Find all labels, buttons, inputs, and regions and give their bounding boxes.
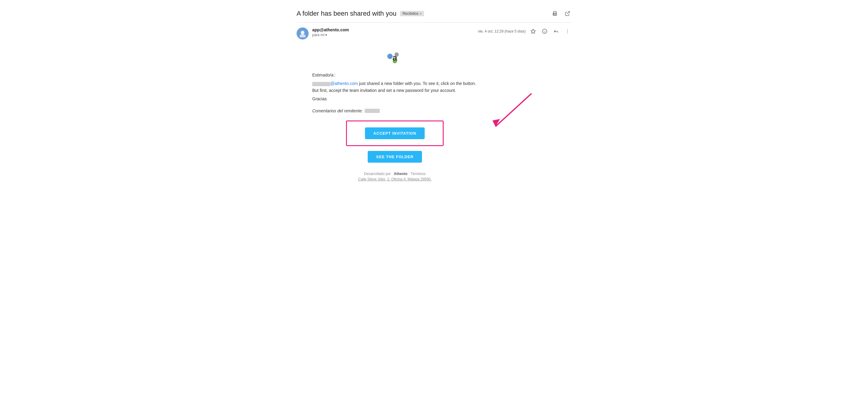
open-external-button[interactable] bbox=[564, 10, 571, 18]
timestamp: vie, 4 oct, 12:29 (hace 5 días) bbox=[478, 29, 526, 33]
email-logo: a bbox=[312, 49, 477, 66]
sender-right: vie, 4 oct, 12:29 (hace 5 días) bbox=[478, 27, 571, 35]
blurred-comment bbox=[365, 109, 380, 113]
email-subject: A folder has been shared with you bbox=[297, 10, 396, 18]
label-badge-close[interactable]: × bbox=[420, 12, 421, 15]
comments-label: Comentarios del remitente: bbox=[312, 108, 363, 113]
svg-point-13 bbox=[567, 33, 568, 33]
star-button[interactable] bbox=[529, 27, 537, 35]
body-paragraph: @athento.com just shared a new folder wi… bbox=[312, 80, 477, 94]
svg-line-4 bbox=[567, 11, 569, 14]
print-button[interactable] bbox=[551, 10, 559, 18]
sender-email: app@athento.com bbox=[312, 27, 349, 32]
footer-terms: Términos bbox=[410, 172, 426, 176]
developed-by-label: Desarrollado por bbox=[364, 172, 391, 176]
reply-button[interactable] bbox=[552, 27, 560, 35]
email-container: A folder has been shared with you Recibi… bbox=[289, 0, 579, 193]
sender-to[interactable]: para mí ▾ bbox=[312, 33, 349, 37]
chevron-down-icon[interactable]: ▾ bbox=[325, 33, 327, 37]
avatar bbox=[297, 27, 309, 39]
svg-point-6 bbox=[300, 34, 306, 37]
email-header: A folder has been shared with you Recibi… bbox=[297, 6, 571, 23]
see-folder-button[interactable]: SEE THE FOLDER bbox=[368, 151, 422, 163]
svg-point-12 bbox=[567, 31, 568, 32]
action-section: ACCEPT INVITATION SEE THE FOLDER bbox=[312, 121, 477, 163]
footer-address-link[interactable]: Calle Steve Jobs, 2. Oficina 4. Málaga 2… bbox=[358, 177, 431, 181]
email-body: a Estimado/a:: @athento.com just shared … bbox=[297, 43, 477, 187]
svg-rect-0 bbox=[554, 11, 556, 13]
svg-text:a: a bbox=[393, 53, 397, 62]
sender-row: app@athento.com para mí ▾ vie, 4 oct, 12… bbox=[297, 23, 571, 43]
svg-rect-2 bbox=[554, 14, 556, 16]
emoji-button[interactable] bbox=[541, 27, 549, 35]
svg-point-14 bbox=[387, 54, 393, 59]
blurred-email-prefix bbox=[312, 82, 330, 86]
footer-line1: Desarrollado por Athento · Términos bbox=[312, 172, 477, 176]
footer-company: Athento bbox=[394, 172, 407, 176]
more-options-button[interactable] bbox=[564, 27, 571, 35]
header-actions bbox=[551, 10, 571, 18]
label-badge-text: Recibidos bbox=[402, 11, 418, 16]
email-footer: Desarrollado por Athento · Términos Call… bbox=[312, 172, 477, 187]
footer-separator: · bbox=[408, 172, 409, 176]
email-link[interactable]: @athento.com bbox=[330, 81, 358, 86]
svg-point-5 bbox=[301, 31, 304, 34]
sender-left: app@athento.com para mí ▾ bbox=[297, 27, 349, 39]
comments-row: Comentarios del remitente: bbox=[312, 108, 477, 113]
email-title-area: A folder has been shared with you Recibi… bbox=[297, 10, 424, 18]
thanks: Gracias bbox=[312, 96, 477, 102]
svg-point-3 bbox=[554, 14, 554, 14]
accept-invitation-button[interactable]: ACCEPT INVITATION bbox=[365, 127, 425, 139]
svg-point-11 bbox=[567, 30, 568, 30]
footer-address: Calle Steve Jobs, 2. Oficina 4. Málaga 2… bbox=[312, 177, 477, 181]
label-badge: Recibidos × bbox=[400, 11, 424, 16]
greeting: Estimado/a:: bbox=[312, 72, 477, 78]
svg-line-18 bbox=[495, 93, 532, 127]
sender-info: app@athento.com para mí ▾ bbox=[312, 27, 349, 37]
email-content: Estimado/a:: @athento.com just shared a … bbox=[312, 72, 477, 102]
svg-marker-7 bbox=[531, 29, 535, 33]
svg-marker-19 bbox=[493, 119, 500, 127]
highlight-box: ACCEPT INVITATION bbox=[346, 121, 444, 146]
svg-point-8 bbox=[542, 29, 547, 34]
